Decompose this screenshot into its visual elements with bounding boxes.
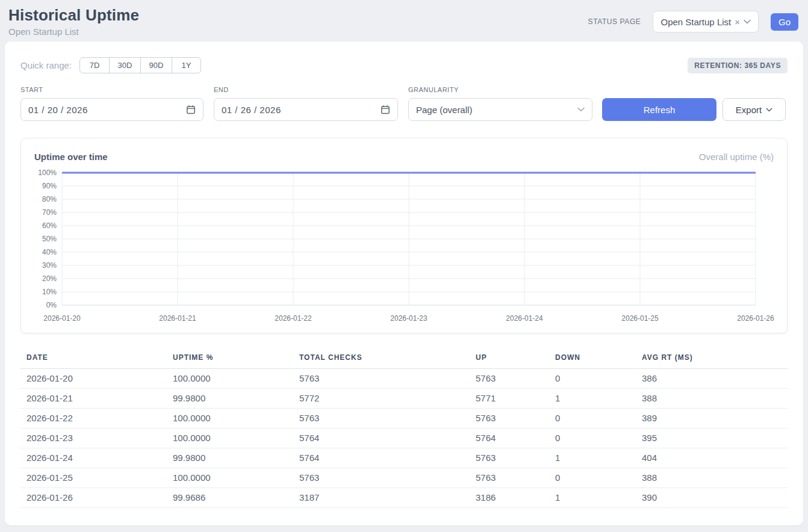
table-cell: 0 [549,428,636,448]
table-cell: 2026-01-20 [20,369,167,389]
quick-range-group: 7D30D90D1Y [79,57,201,73]
refresh-button[interactable]: Refresh [602,98,716,121]
quick-range-row: Quick range: 7D30D90D1Y RETENTION: 365 D… [20,57,788,73]
column-header: UPTIME % [167,348,293,369]
table-row: 2026-01-2199.9800577257711388 [20,389,788,409]
svg-text:2026-01-25: 2026-01-25 [621,314,659,323]
table-cell: 5763 [470,369,549,389]
svg-text:70%: 70% [42,208,57,217]
quick-range-1y-button[interactable]: 1Y [172,57,201,73]
uptime-table: DATEUPTIME %TOTAL CHECKSUPDOWNAVG RT (MS… [20,348,788,508]
quick-range-label: Quick range: [20,60,72,70]
table-row: 2026-01-25100.0000576357630388 [20,468,788,488]
granularity-selected-value: Page (overall) [416,105,472,115]
uptime-chart: 2026-01-202026-01-212026-01-222026-01-23… [31,167,778,323]
svg-text:80%: 80% [42,195,57,203]
granularity-label: GRANULARITY [408,86,592,93]
go-button[interactable]: Go [771,13,798,31]
end-date-input[interactable]: 01 / 26 / 2026 [214,98,398,121]
svg-text:2026-01-24: 2026-01-24 [506,314,543,323]
table-cell: 100.0000 [167,468,293,488]
quick-range-7d-button[interactable]: 7D [79,57,110,73]
page-header: Historical Uptime Open Startup List STAT… [0,0,808,42]
export-button[interactable]: Export [723,98,786,121]
table-cell: 5763 [470,468,549,488]
column-header: DATE [20,348,167,369]
quick-range-30d-button[interactable]: 30D [109,57,141,73]
svg-text:0%: 0% [46,301,57,309]
end-date-label: END [214,86,398,93]
table-row: 2026-01-2499.9800576457631404 [20,448,788,468]
table-cell: 5771 [470,389,549,409]
calendar-icon[interactable] [186,105,196,114]
table-cell: 390 [636,488,788,508]
filters-row: START 01 / 20 / 2026 END 01 / 26 / 2026 [20,86,788,121]
end-date-field: END 01 / 26 / 2026 [214,86,398,121]
svg-text:2026-01-21: 2026-01-21 [159,314,196,323]
chevron-down-icon [577,107,585,112]
table-cell: 1 [549,488,636,508]
table-cell: 0 [549,468,636,488]
svg-text:2026-01-23: 2026-01-23 [390,314,427,323]
table-cell: 395 [636,428,788,448]
table-cell: 99.9686 [167,488,293,508]
table-cell: 100.0000 [167,369,293,389]
table-cell: 3186 [470,488,549,508]
table-cell: 2026-01-22 [20,409,167,428]
calendar-icon[interactable] [381,105,390,114]
clear-selection-icon[interactable]: × [735,17,740,27]
status-page-select[interactable]: Open Startup List × [653,11,759,32]
quick-range-90d-button[interactable]: 90D [140,57,172,73]
svg-text:40%: 40% [42,248,57,256]
table-cell: 5764 [470,428,549,448]
chevron-down-icon [744,19,751,24]
status-page-selected-value: Open Startup List [660,17,731,27]
chevron-down-icon [766,108,772,112]
column-header: UP [470,348,549,369]
start-date-input[interactable]: 01 / 20 / 2026 [20,98,204,121]
table-cell: 386 [636,369,788,389]
table-cell: 5763 [293,409,470,428]
table-cell: 388 [636,468,788,488]
chart-header: Uptime over time Overall uptime (%) [31,148,777,163]
table-cell: 5772 [293,389,470,409]
header-titles: Historical Uptime Open Startup List [8,6,139,37]
table-cell: 100.0000 [167,428,293,448]
table-cell: 2026-01-24 [20,448,167,468]
table-cell: 5764 [293,448,470,468]
granularity-select[interactable]: Page (overall) [408,98,592,121]
table-row: 2026-01-20100.0000576357630386 [20,369,788,389]
header-actions: STATUS PAGE Open Startup List × Go [588,11,798,32]
svg-text:60%: 60% [42,221,57,230]
svg-text:100%: 100% [38,169,57,177]
table-cell: 1 [549,448,636,468]
start-date-field: START 01 / 20 / 2026 [20,86,204,121]
svg-text:2026-01-22: 2026-01-22 [275,314,312,323]
export-button-label: Export [736,105,762,115]
column-header: AVG RT (MS) [636,348,788,369]
table-cell: 0 [549,369,636,389]
page-title: Historical Uptime [8,6,139,25]
table-cell: 0 [549,409,636,428]
main-card: Quick range: 7D30D90D1Y RETENTION: 365 D… [5,42,803,525]
table-cell: 2026-01-21 [20,389,167,409]
svg-text:2026-01-26: 2026-01-26 [737,314,774,323]
column-header: TOTAL CHECKS [293,348,470,369]
svg-text:10%: 10% [42,288,57,296]
start-date-value: 01 / 20 / 2026 [28,105,88,115]
table-cell: 389 [636,409,788,428]
table-cell: 100.0000 [167,409,293,428]
end-date-value: 01 / 26 / 2026 [222,105,281,115]
table-header-row: DATEUPTIME %TOTAL CHECKSUPDOWNAVG RT (MS… [20,348,788,369]
table-row: 2026-01-2699.9686318731861390 [20,488,788,508]
table-cell: 2026-01-25 [20,468,167,488]
table-cell: 2026-01-26 [20,488,167,508]
table-cell: 5763 [470,409,549,428]
table-cell: 5763 [293,468,470,488]
table-cell: 99.9800 [167,448,293,468]
table-cell: 1 [549,389,636,409]
chart-card: Uptime over time Overall uptime (%) 2026… [20,138,788,333]
svg-text:2026-01-20: 2026-01-20 [43,314,81,323]
table-cell: 404 [636,448,788,468]
table-cell: 2026-01-23 [20,428,167,448]
